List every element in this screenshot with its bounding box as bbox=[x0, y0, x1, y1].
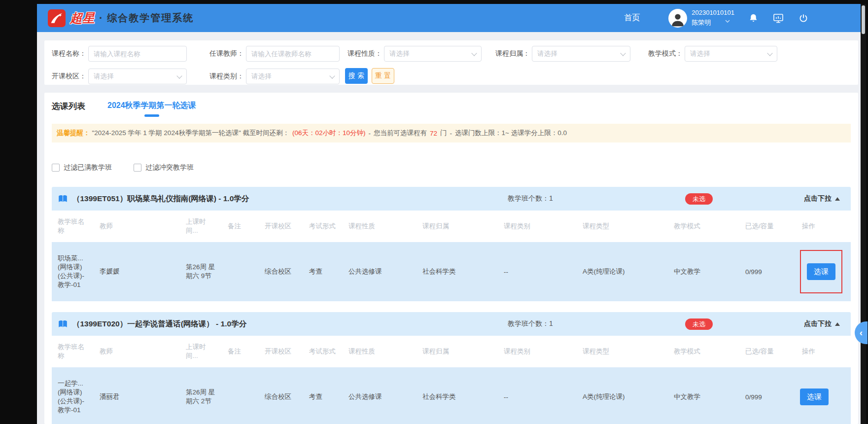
tabs-row: 选课列表 2024秋季学期第一轮选课 bbox=[52, 93, 851, 120]
annotation-highlight-box: 选课 bbox=[800, 250, 842, 293]
course-nature-select[interactable]: 请选择 bbox=[384, 46, 482, 62]
capacity-cell: 0/999 bbox=[739, 242, 796, 301]
course-nature-label: 课程性质： bbox=[347, 49, 382, 58]
topbar-right: 首页 202301010101 陈荣明 bbox=[624, 8, 861, 28]
course-header[interactable]: （1399ET051）职场菜鸟礼仪指南(网络课) - 1.0学分 教学班个数：1… bbox=[52, 187, 851, 211]
power-logout-icon[interactable] bbox=[798, 13, 809, 24]
status-badge: 未选 bbox=[685, 318, 713, 330]
chevron-down-icon bbox=[176, 73, 182, 78]
campus-select[interactable]: 请选择 bbox=[88, 69, 187, 84]
action-cell: 选课 bbox=[796, 242, 851, 301]
monitor-icon[interactable] bbox=[772, 12, 784, 24]
chevron-down-icon bbox=[471, 50, 477, 56]
filter-course-nature: 课程性质： 请选择 bbox=[347, 45, 482, 62]
belong-cell: 社会科学类 bbox=[417, 367, 498, 424]
teacher-label: 任课教师： bbox=[209, 49, 244, 58]
campus-cell: 综合校区 bbox=[259, 367, 303, 424]
course-selection-panel: 选课列表 2024秋季学期第一轮选课 温馨提醒： "2024-2025 学年 1… bbox=[44, 93, 858, 424]
notice-bar: 温馨提醒： "2024-2025 学年 1 学期 2024秋季学期第一轮选课" … bbox=[52, 124, 851, 142]
exam-cell: 考查 bbox=[303, 367, 343, 424]
exam-cell: 考查 bbox=[303, 242, 343, 301]
type-cell: A类(纯理论课) bbox=[577, 242, 668, 301]
chevron-down-icon[interactable] bbox=[724, 17, 731, 28]
filter-conflict-classes-checkbox[interactable]: 过滤冲突教学班 bbox=[134, 163, 194, 172]
table-row: 职场菜... (网络课) (公共课)- 教学-01 李媛媛 第26周 星期六 9… bbox=[52, 242, 851, 301]
note-cell bbox=[222, 367, 259, 424]
user-name: 陈荣明 bbox=[692, 18, 711, 27]
filter-course-belong: 课程归属： 请选择 bbox=[495, 45, 630, 62]
class-name-cell: 职场菜... (网络课) (公共课)- 教学-01 bbox=[52, 242, 94, 301]
filter-campus: 开课校区： 请选择 bbox=[52, 68, 187, 85]
teach-mode-select[interactable]: 请选择 bbox=[685, 46, 777, 62]
course-title: （1399ET051）职场菜鸟礼仪指南(网络课) - 1.0学分 bbox=[72, 194, 249, 204]
mode-cell: 中文教学 bbox=[668, 367, 739, 424]
list-title: 选课列表 bbox=[52, 101, 85, 120]
note-cell bbox=[222, 242, 259, 301]
notice-course-count: 72 bbox=[430, 130, 437, 137]
app-title: 综合教学管理系统 bbox=[107, 11, 194, 25]
course-category-select[interactable]: 请选择 bbox=[246, 69, 340, 84]
chevron-down-icon bbox=[329, 73, 335, 78]
category-cell: -- bbox=[498, 367, 577, 424]
chevron-down-icon bbox=[767, 50, 772, 56]
table-header-row: 教学班名称 教师 上课时间... 备注 开课校区 考试形式 课程性质 课程归属 … bbox=[52, 211, 851, 242]
book-icon bbox=[58, 319, 68, 329]
nav-home-link[interactable]: 首页 bbox=[624, 13, 640, 23]
checkbox-icon bbox=[134, 164, 141, 172]
nature-cell: 公共选修课 bbox=[343, 367, 417, 424]
chevron-down-icon bbox=[620, 50, 625, 56]
table-header-row: 教学班名称 教师 上课时间... 备注 开课校区 考试形式 课程性质 课程归属 … bbox=[52, 336, 851, 367]
notice-countdown: (06天：02小时：10分钟) bbox=[292, 129, 366, 138]
user-id: 202301010101 bbox=[692, 8, 734, 17]
course-title: （1399ET020）一起学说普通话(网络课） - 1.0学分 bbox=[72, 319, 246, 329]
campus-cell: 综合校区 bbox=[259, 242, 303, 301]
time-cell: 第26周 星期六 2节 bbox=[180, 367, 222, 424]
status-badge: 未选 bbox=[685, 193, 713, 205]
course-category-label: 课程类别： bbox=[209, 72, 244, 81]
class-count: 教学班个数：1 bbox=[508, 194, 553, 203]
user-avatar[interactable] bbox=[668, 9, 687, 28]
select-course-button[interactable]: 选课 bbox=[807, 263, 835, 280]
filter-teach-mode: 教学模式： 请选择 bbox=[648, 45, 777, 62]
logo-text: 超星 bbox=[70, 10, 95, 26]
teacher-cell: 潘丽君 bbox=[94, 367, 180, 424]
capacity-cell: 0/999 bbox=[739, 367, 796, 424]
table-row: 一起学... (网络课) (公共课)- 教学-01 潘丽君 第26周 星期六 2… bbox=[52, 367, 851, 424]
tab-round1[interactable]: 2024秋季学期第一轮选课 bbox=[107, 101, 196, 120]
time-cell: 第26周 星期六 9节 bbox=[180, 242, 222, 301]
course-header[interactable]: （1399ET020）一起学说普通话(网络课） - 1.0学分 教学班个数：1 … bbox=[52, 312, 851, 336]
triangle-up-icon bbox=[835, 322, 840, 326]
select-course-button[interactable]: 选课 bbox=[800, 389, 829, 405]
filter-full-classes-checkbox[interactable]: 过滤已满教学班 bbox=[52, 163, 112, 172]
user-info[interactable]: 202301010101 陈荣明 bbox=[692, 8, 734, 28]
collapse-toggle[interactable]: 点击下拉 bbox=[804, 194, 840, 203]
book-icon bbox=[58, 194, 68, 204]
course-name-label: 课程名称： bbox=[52, 49, 86, 58]
checkbox-icon bbox=[52, 164, 60, 172]
teacher-cell: 李媛媛 bbox=[94, 242, 180, 301]
type-cell: A类(纯理论课) bbox=[577, 367, 668, 424]
campus-label: 开课校区： bbox=[52, 72, 86, 81]
teach-mode-label: 教学模式： bbox=[648, 49, 683, 58]
mode-cell: 中文教学 bbox=[668, 242, 739, 301]
course-name-input[interactable] bbox=[88, 46, 187, 62]
page-scrollbar[interactable] bbox=[861, 4, 866, 424]
filter-course-name: 课程名称： bbox=[52, 45, 187, 62]
collapse-toggle[interactable]: 点击下拉 bbox=[804, 319, 840, 328]
teacher-input[interactable] bbox=[246, 46, 340, 62]
reset-button[interactable]: 重 置 bbox=[372, 68, 394, 84]
chevron-left-icon: ‹ bbox=[860, 327, 863, 338]
brand: 超星 · 综合教学管理系统 bbox=[37, 9, 194, 27]
course-card-1399ET051: （1399ET051）职场菜鸟礼仪指南(网络课) - 1.0学分 教学班个数：1… bbox=[52, 187, 851, 301]
topbar: 超星 · 综合教学管理系统 首页 202301010101 陈荣明 bbox=[37, 4, 861, 32]
notice-prefix: 温馨提醒： bbox=[57, 129, 90, 138]
search-button[interactable]: 搜 索 bbox=[345, 68, 368, 84]
title-separator: · bbox=[99, 12, 103, 25]
tab-underline bbox=[144, 114, 159, 117]
scrollbar-thumb[interactable] bbox=[862, 5, 865, 34]
category-cell: -- bbox=[498, 242, 577, 301]
class-name-cell: 一起学... (网络课) (公共课)- 教学-01 bbox=[52, 367, 94, 424]
course-card-1399ET020: （1399ET020）一起学说普通话(网络课） - 1.0学分 教学班个数：1 … bbox=[52, 312, 851, 424]
bell-icon[interactable] bbox=[748, 13, 759, 23]
course-belong-select[interactable]: 请选择 bbox=[532, 46, 630, 62]
